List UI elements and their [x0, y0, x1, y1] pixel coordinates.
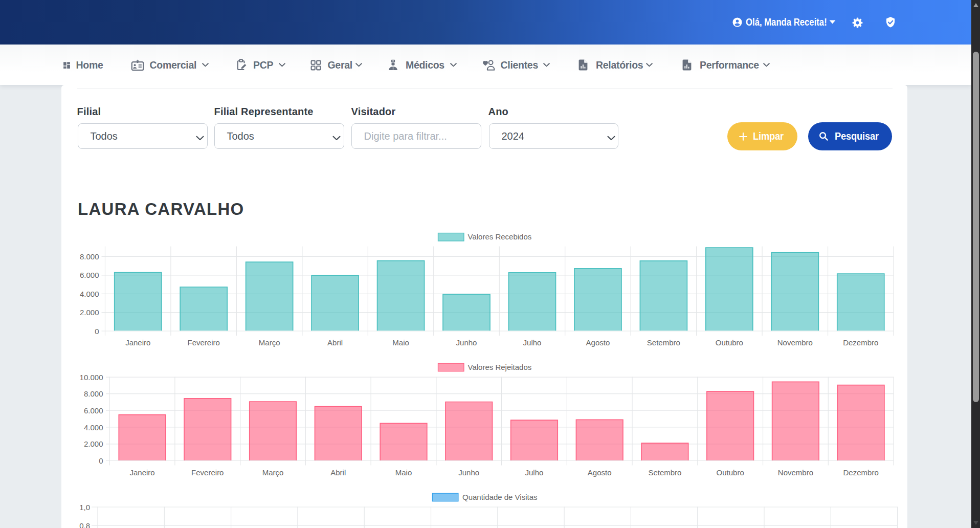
svg-text:2.000: 2.000: [84, 439, 103, 448]
svg-text:Setembro: Setembro: [647, 338, 680, 347]
svg-text:Março: Março: [262, 468, 284, 477]
svg-text:Junho: Junho: [458, 468, 479, 477]
svg-text:Novembro: Novembro: [778, 468, 813, 477]
svg-text:Fevereiro: Fevereiro: [188, 338, 220, 347]
svg-text:Outubro: Outubro: [717, 468, 744, 477]
svg-text:Abril: Abril: [330, 468, 346, 477]
svg-text:Agosto: Agosto: [588, 468, 612, 477]
svg-text:Quantidade de Visitas: Quantidade de Visitas: [462, 493, 538, 501]
svg-text:6.000: 6.000: [84, 406, 103, 415]
svg-text:Novembro: Novembro: [777, 338, 813, 347]
svg-text:Janeiro: Janeiro: [125, 338, 150, 347]
svg-text:0,8: 0,8: [79, 521, 90, 528]
svg-text:Março: Março: [259, 338, 280, 347]
svg-text:Agosto: Agosto: [586, 338, 610, 347]
svg-text:8.000: 8.000: [84, 389, 103, 398]
svg-text:Fevereiro: Fevereiro: [191, 468, 224, 477]
svg-text:Julho: Julho: [523, 338, 542, 347]
svg-text:Maio: Maio: [395, 468, 412, 477]
svg-text:4.000: 4.000: [80, 290, 99, 298]
svg-text:Valores Recebidos: Valores Recebidos: [468, 232, 532, 241]
svg-text:Setembro: Setembro: [648, 468, 681, 477]
svg-text:0: 0: [95, 327, 99, 336]
svg-text:Maio: Maio: [392, 338, 409, 347]
svg-text:6.000: 6.000: [80, 271, 99, 279]
svg-text:0: 0: [99, 456, 103, 465]
svg-text:Outubro: Outubro: [716, 338, 743, 347]
svg-text:1,0: 1,0: [79, 503, 90, 512]
svg-text:2.000: 2.000: [80, 308, 99, 317]
svg-text:Abril: Abril: [327, 338, 343, 347]
svg-text:Julho: Julho: [525, 468, 544, 477]
svg-text:Junho: Junho: [456, 338, 477, 347]
svg-text:Janeiro: Janeiro: [129, 468, 154, 477]
svg-text:10.000: 10.000: [80, 373, 103, 382]
svg-text:8.000: 8.000: [80, 252, 99, 261]
svg-text:Dezembro: Dezembro: [843, 338, 878, 347]
svg-text:Valores Rejeitados: Valores Rejeitados: [468, 363, 532, 371]
svg-text:4.000: 4.000: [84, 423, 103, 432]
svg-text:Dezembro: Dezembro: [843, 468, 879, 477]
